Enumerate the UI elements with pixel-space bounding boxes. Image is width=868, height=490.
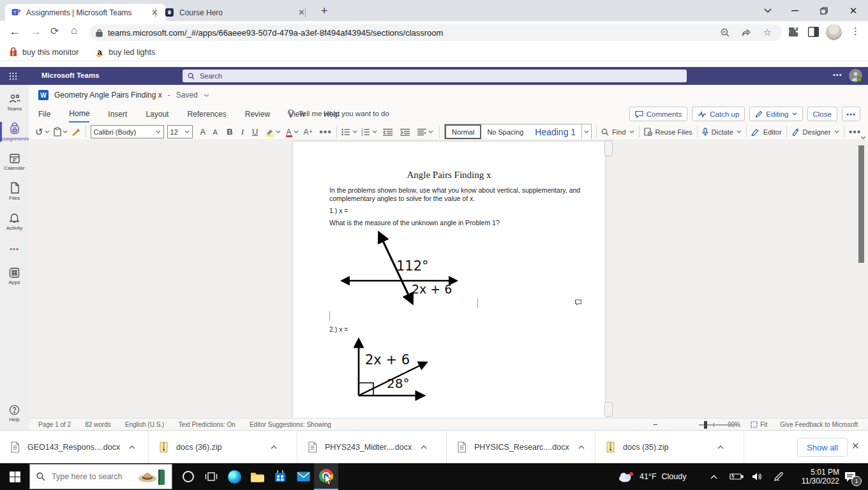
numbered-chevron-icon[interactable] xyxy=(372,130,377,133)
menu-home[interactable]: Home xyxy=(69,108,89,122)
font-size-select[interactable]: 12 xyxy=(167,125,193,138)
sidebar-item-assignments[interactable]: Assignments xyxy=(0,117,29,147)
align-chevron-icon[interactable] xyxy=(428,130,433,133)
menu-layout[interactable]: Layout xyxy=(146,108,168,122)
menu-review[interactable]: Review xyxy=(245,108,270,122)
battery-icon[interactable] xyxy=(730,463,744,490)
sidebar-item-apps[interactable]: Apps xyxy=(0,262,29,290)
download-chevron-up-icon[interactable] xyxy=(421,445,427,449)
sidebar-item-calendar[interactable]: Calendar xyxy=(0,147,29,176)
waffle-menu-icon[interactable] xyxy=(9,72,17,80)
speaker-icon[interactable] xyxy=(752,463,762,490)
download-chevron-up-icon[interactable] xyxy=(578,445,585,449)
language-status[interactable]: English (U.S.) xyxy=(125,421,165,428)
extensions-puzzle-icon[interactable] xyxy=(788,27,799,38)
zoom-page-icon[interactable] xyxy=(721,28,730,38)
weather-widget[interactable]: 41°F Cloudy xyxy=(618,463,686,490)
saved-chevron-icon[interactable] xyxy=(204,94,209,97)
download-item[interactable]: docs (35).zip xyxy=(595,431,744,464)
increase-indent-icon[interactable] xyxy=(400,128,410,136)
taskbar-search-input[interactable] xyxy=(50,471,136,482)
teams-avatar[interactable] xyxy=(849,69,862,82)
text-predictions-status[interactable]: Text Predictions: On xyxy=(178,421,235,428)
designer-button[interactable]: Designer xyxy=(791,128,839,136)
style-normal[interactable]: Normal xyxy=(445,124,481,139)
start-button[interactable] xyxy=(3,463,27,490)
sidebar-item-activity[interactable]: Activity xyxy=(0,206,29,236)
download-item[interactable]: PHYSICS_Researc....docx xyxy=(447,431,595,464)
paste-chevron-icon[interactable] xyxy=(63,130,68,133)
dictate-button[interactable]: Dictate xyxy=(702,128,742,137)
saved-status[interactable]: Saved xyxy=(176,91,198,100)
sidebar-item-help[interactable]: Help xyxy=(0,399,29,427)
sidebar-item-teams[interactable]: Teams xyxy=(0,87,29,117)
window-restore-button[interactable] xyxy=(809,0,839,21)
browser-menu-kebab-icon[interactable]: ⋮ xyxy=(851,26,860,37)
show-all-button[interactable]: Show all xyxy=(797,438,848,457)
browser-tab-teams[interactable]: T Assignments | Microsoft Teams ✕ xyxy=(5,4,166,21)
window-minimize-button[interactable] xyxy=(780,0,809,21)
fit-page-icon[interactable] xyxy=(751,421,758,428)
mail-icon[interactable] xyxy=(291,463,315,490)
tell-me-box[interactable]: Tell me what you want to do xyxy=(287,109,389,118)
word-count[interactable]: 82 words xyxy=(85,421,111,428)
comments-button[interactable]: Comments xyxy=(629,107,688,121)
tray-chevron-up-icon[interactable] xyxy=(710,463,717,490)
sidebar-item-files[interactable]: Files xyxy=(0,176,29,206)
fit-label[interactable]: Fit xyxy=(760,421,767,428)
editor-button[interactable]: Editor xyxy=(751,128,782,136)
feedback-link[interactable]: Give Feedback to Microsoft xyxy=(780,421,858,428)
lock-icon[interactable] xyxy=(96,29,103,37)
back-icon[interactable]: ← xyxy=(9,25,20,38)
teams-search-box[interactable] xyxy=(183,70,687,82)
comment-anchor-icon[interactable] xyxy=(574,299,582,306)
download-item[interactable]: PHYS243_Midter....docx xyxy=(297,431,447,464)
text-effects-icon[interactable]: A✦ xyxy=(303,128,313,137)
styles-chevron[interactable] xyxy=(581,124,591,139)
forward-icon[interactable]: → xyxy=(30,25,41,38)
close-button[interactable]: Close xyxy=(807,107,837,121)
menu-references[interactable]: References xyxy=(187,108,226,122)
page-count[interactable]: Page 1 of 2 xyxy=(38,421,71,428)
window-profile-chevron-icon[interactable] xyxy=(753,0,782,21)
download-chevron-up-icon[interactable] xyxy=(717,445,724,449)
numbered-list-icon[interactable]: 123 xyxy=(361,128,370,136)
ribbon-more-icon[interactable]: ••• xyxy=(319,126,332,138)
document-canvas[interactable]: Angle Pairs Finding x In the problems sh… xyxy=(29,139,868,418)
menu-insert[interactable]: Insert xyxy=(108,108,127,122)
shrink-font-icon[interactable]: Aˇ xyxy=(213,128,220,136)
style-heading1[interactable]: Heading 1 xyxy=(529,125,581,138)
window-close-button[interactable]: ✕ xyxy=(839,0,868,21)
bookmark-star-icon[interactable]: ☆ xyxy=(763,27,772,38)
bullet-chevron-icon[interactable] xyxy=(352,130,357,133)
clock-widget[interactable]: 5:01 PM 11/30/2022 xyxy=(793,463,839,490)
highlighter-chevron-icon[interactable] xyxy=(276,130,281,133)
download-chevron-up-icon[interactable] xyxy=(271,445,277,449)
margin-handle[interactable] xyxy=(604,402,613,417)
style-no-spacing[interactable]: No Spacing xyxy=(481,125,529,138)
undo-icon[interactable]: ↺ xyxy=(35,126,43,138)
find-button[interactable]: Find xyxy=(601,128,634,136)
menu-file[interactable]: File xyxy=(38,108,50,122)
sidebar-item-more[interactable]: ••• xyxy=(0,236,29,262)
downloads-close-icon[interactable]: ✕ xyxy=(851,440,860,452)
italic-icon[interactable]: I xyxy=(241,127,244,137)
browser-tab-coursehero[interactable]: Course Hero ✕ xyxy=(158,4,313,21)
reuse-files-button[interactable]: Reuse Files xyxy=(644,128,692,136)
bookmark-buy-this-monitor[interactable]: buy this monitor xyxy=(9,47,79,57)
download-item[interactable]: GEO143_Respons....docx xyxy=(0,431,149,464)
taskbar-search-box[interactable] xyxy=(29,464,172,489)
teams-more-icon[interactable]: ••• xyxy=(833,71,842,78)
font-name-select[interactable]: Calibri (Body) xyxy=(91,125,164,138)
bold-icon[interactable]: B xyxy=(227,127,232,137)
more-actions-button[interactable]: ••• xyxy=(842,107,860,121)
new-tab-button[interactable]: + xyxy=(314,0,334,21)
share-icon[interactable] xyxy=(742,28,752,37)
pen-icon[interactable] xyxy=(774,463,784,490)
editing-button[interactable]: Editing xyxy=(749,107,802,121)
side-panel-icon[interactable] xyxy=(808,27,819,37)
zoom-out-button[interactable]: − xyxy=(653,420,658,429)
search-highlight-image[interactable] xyxy=(137,466,167,487)
cortana-icon[interactable] xyxy=(176,463,200,490)
edge-icon[interactable] xyxy=(222,463,246,490)
